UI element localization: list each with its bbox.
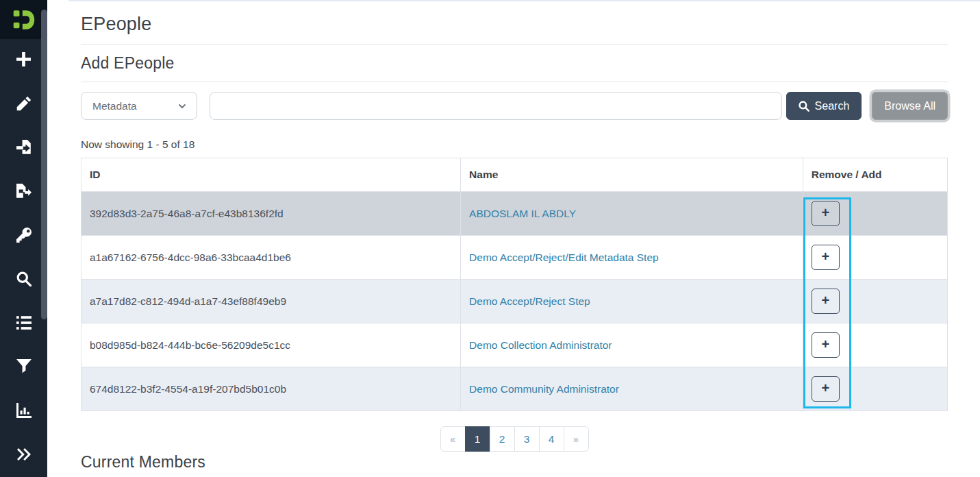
cell-name: Demo Community Administrator xyxy=(461,367,803,411)
results-table: ID Name Remove / Add 392d83d3-2a75-46a8-… xyxy=(81,158,948,411)
sidebar-item-edit[interactable] xyxy=(0,84,47,123)
sidebar-item-registries[interactable] xyxy=(0,303,47,342)
person-link[interactable]: Demo Accept/Reject Step xyxy=(469,295,590,307)
cell-name: Demo Collection Administrator xyxy=(461,323,803,367)
pagination-page-3[interactable]: 3 xyxy=(514,426,540,452)
add-member-button[interactable]: + xyxy=(812,376,840,402)
pagination-next[interactable]: » xyxy=(564,426,589,452)
file-import-icon xyxy=(16,140,32,155)
results-summary: Now showing 1 - 5 of 18 xyxy=(81,138,948,151)
search-icon xyxy=(16,271,32,286)
column-header-id: ID xyxy=(81,158,461,192)
cell-name: Demo Accept/Reject Step xyxy=(461,280,803,323)
table-row: 392d83d3-2a75-46a8-a7cf-e43b8136f2fd ABD… xyxy=(81,192,948,236)
person-link[interactable]: Demo Community Administrator xyxy=(469,383,619,395)
sidebar-item-authorizations[interactable] xyxy=(0,215,47,254)
browse-all-button[interactable]: Browse All xyxy=(872,92,948,120)
search-input[interactable] xyxy=(210,92,782,120)
column-header-name: Name xyxy=(461,158,803,192)
cell-id: a7a17d82-c812-494d-a1a7-43ef88f49eb9 xyxy=(81,280,461,323)
sidebar-item-new[interactable] xyxy=(0,40,47,79)
add-member-button[interactable]: + xyxy=(812,332,840,358)
angles-right-icon xyxy=(17,448,31,461)
cell-action: + xyxy=(803,236,947,280)
pagination-page-4[interactable]: 4 xyxy=(539,426,564,452)
metadata-scope-select[interactable]: Metadata xyxy=(81,92,197,120)
sidebar-item-search[interactable] xyxy=(0,259,47,298)
main-content: EPeople Add EPeople Metadata Search Brow… xyxy=(47,0,980,477)
pencil-icon xyxy=(16,96,32,111)
chart-icon xyxy=(16,403,32,418)
add-member-button[interactable]: + xyxy=(812,245,840,270)
chevron-down-icon xyxy=(177,101,187,111)
sidebar-item-expand[interactable] xyxy=(0,435,47,474)
divider xyxy=(81,82,948,82)
search-button-label: Search xyxy=(815,100,850,112)
pagination: « 1 2 3 4 » xyxy=(440,426,589,452)
divider xyxy=(81,44,948,45)
pagination-container: « 1 2 3 4 » xyxy=(81,426,948,452)
person-link[interactable]: Demo Accept/Reject/Edit Metadata Step xyxy=(469,252,659,263)
key-icon xyxy=(16,228,32,243)
pagination-page-2[interactable]: 2 xyxy=(490,426,515,452)
results-table-container: ID Name Remove / Add 392d83d3-2a75-46a8-… xyxy=(81,158,948,411)
person-link[interactable]: ABDOSLAM IL ABDLY xyxy=(469,208,576,219)
pagination-prev[interactable]: « xyxy=(440,426,466,452)
file-export-icon xyxy=(16,184,32,199)
cell-id: b08d985d-b824-444b-bc6e-56209de5c1cc xyxy=(81,323,461,367)
add-epeople-section-title: Add EPeople xyxy=(81,54,948,73)
cell-action: + xyxy=(803,367,947,411)
table-row: b08d985d-b824-444b-bc6e-56209de5c1cc Dem… xyxy=(81,323,948,367)
sidebar-item-curation[interactable] xyxy=(0,347,47,386)
scope-select-value: Metadata xyxy=(92,100,137,112)
cell-id: 674d8122-b3f2-4554-a19f-207bd5b01c0b xyxy=(81,367,461,411)
sidebar-nav xyxy=(0,39,47,477)
cell-id: a1a67162-6756-4dcc-98a6-33bcaa4d1be6 xyxy=(81,236,461,280)
cell-id: 392d83d3-2a75-46a8-a7cf-e43b8136f2fd xyxy=(81,192,461,236)
cell-action: + xyxy=(803,323,947,367)
table-row: a7a17d82-c812-494d-a1a7-43ef88f49eb9 Dem… xyxy=(81,280,948,323)
page-title: EPeople xyxy=(81,14,948,35)
cell-name: ABDOSLAM IL ABDLY xyxy=(461,192,803,236)
filter-icon xyxy=(16,359,32,374)
current-members-section-title: Current Members xyxy=(81,453,948,472)
pagination-page-1[interactable]: 1 xyxy=(465,426,490,452)
sidebar-scrollbar[interactable] xyxy=(41,10,47,319)
column-header-remove-add: Remove / Add xyxy=(803,158,947,192)
table-row: 674d8122-b3f2-4554-a19f-207bd5b01c0b Dem… xyxy=(81,367,948,411)
add-member-button[interactable]: + xyxy=(812,289,840,314)
sidebar-item-export[interactable] xyxy=(0,171,47,210)
dspace-logo[interactable] xyxy=(0,0,47,39)
cell-action: + xyxy=(803,280,947,323)
add-member-button[interactable]: + xyxy=(812,201,840,226)
table-header-row: ID Name Remove / Add xyxy=(81,158,948,192)
person-link[interactable]: Demo Collection Administrator xyxy=(469,339,612,351)
table-row: a1a67162-6756-4dcc-98a6-33bcaa4d1be6 Dem… xyxy=(81,236,948,280)
cell-name: Demo Accept/Reject/Edit Metadata Step xyxy=(461,236,803,280)
cell-action: + xyxy=(803,192,947,236)
search-bar: Metadata Search Browse All xyxy=(81,92,948,120)
plus-icon xyxy=(16,52,31,66)
search-button[interactable]: Search xyxy=(786,92,862,120)
sidebar xyxy=(0,0,47,477)
sidebar-item-import[interactable] xyxy=(0,127,47,167)
search-icon xyxy=(799,101,809,112)
list-icon xyxy=(16,315,32,330)
sidebar-item-statistics[interactable] xyxy=(0,391,47,430)
